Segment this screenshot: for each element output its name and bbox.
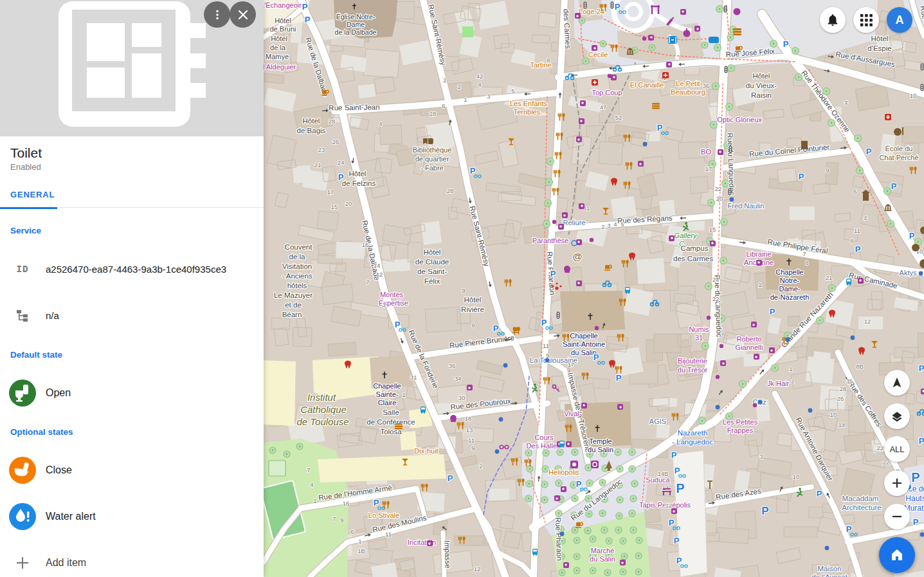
svg-text:P: P xyxy=(674,536,680,545)
svg-text:Institut: Institut xyxy=(307,392,336,403)
svg-text:11: 11 xyxy=(543,342,549,349)
svg-text:9: 9 xyxy=(471,322,475,329)
svg-text:Paranthèse: Paranthèse xyxy=(532,237,568,244)
svg-text:Terribles...: Terribles... xyxy=(514,108,547,116)
svg-text:9: 9 xyxy=(826,167,829,174)
svg-text:Hôtel: Hôtel xyxy=(464,296,482,304)
svg-text:de Bagis: de Bagis xyxy=(297,127,326,134)
svg-text:21: 21 xyxy=(314,161,322,169)
svg-text:de l'Avocat: de l'Avocat xyxy=(811,573,847,577)
svg-text:P: P xyxy=(846,524,852,534)
svg-text:École du: École du xyxy=(885,145,913,152)
svg-text:Cécile: Cécile xyxy=(588,51,608,59)
svg-text:de Saint-: de Saint- xyxy=(417,268,447,275)
svg-text:15: 15 xyxy=(331,203,338,210)
svg-text:Dame-: Dame- xyxy=(779,285,800,293)
svg-text:Les Petites: Les Petites xyxy=(723,418,758,426)
svg-text:4: 4 xyxy=(478,81,481,88)
svg-text:P: P xyxy=(657,123,663,133)
svg-text:Architecture: Architecture xyxy=(842,504,881,511)
svg-text:22: 22 xyxy=(715,185,722,192)
svg-text:22: 22 xyxy=(883,459,890,466)
svg-text:Roberto: Roberto xyxy=(736,335,761,343)
svg-text:6: 6 xyxy=(350,528,354,535)
svg-text:P: P xyxy=(615,2,621,12)
svg-text:1: 1 xyxy=(313,497,316,504)
svg-text:P: P xyxy=(770,307,775,316)
svg-text:P: P xyxy=(470,166,476,176)
svg-text:1: 1 xyxy=(402,391,405,398)
svg-text:3: 3 xyxy=(607,222,610,229)
svg-text:P: P xyxy=(676,556,682,565)
svg-text:P: P xyxy=(671,450,677,460)
svg-text:Dix-huit: Dix-huit xyxy=(414,447,438,455)
svg-text:P: P xyxy=(448,473,453,483)
svg-text:31: 31 xyxy=(410,374,417,381)
svg-text:Des Halles: Des Halles xyxy=(526,442,561,450)
svg-text:du Trésor: du Trésor xyxy=(678,366,708,374)
svg-text:Maison: Maison xyxy=(817,565,841,572)
svg-text:et de: et de xyxy=(285,301,302,309)
svg-text:Vival: Vival xyxy=(564,410,579,417)
svg-text:Reliure: Reliure xyxy=(563,219,586,226)
svg-text:9: 9 xyxy=(471,444,475,452)
svg-text:Chapelle: Chapelle xyxy=(373,382,401,390)
svg-text:Béarn: Béarn xyxy=(282,311,302,318)
svg-text:2: 2 xyxy=(443,77,446,84)
svg-text:Nazareth: Nazareth xyxy=(678,429,708,437)
svg-text:P: P xyxy=(541,318,547,327)
svg-text:Dame: Dame xyxy=(347,21,365,28)
svg-text:P: P xyxy=(669,518,675,527)
svg-text:de la: de la xyxy=(270,44,286,51)
svg-text:- Fabre: - Fabre xyxy=(421,164,443,172)
svg-text:@: @ xyxy=(573,251,583,262)
svg-text:Claire: Claire xyxy=(378,399,397,407)
svg-text:6: 6 xyxy=(442,102,445,109)
svg-text:Salle: Salle xyxy=(383,408,399,416)
svg-text:8: 8 xyxy=(850,237,853,244)
svg-text:17: 17 xyxy=(568,361,575,368)
svg-text:de Bruni: de Bruni xyxy=(270,25,296,33)
svg-text:16: 16 xyxy=(343,500,350,507)
svg-text:12: 12 xyxy=(666,502,673,509)
svg-text:Gallery: Gallery xyxy=(675,232,698,239)
svg-text:23: 23 xyxy=(318,146,325,153)
svg-text:Aktys: Aktys xyxy=(900,269,917,277)
svg-text:de Toulouse: de Toulouse xyxy=(296,416,349,427)
svg-text:Jk Hair: Jk Hair xyxy=(767,380,790,387)
svg-text:Librairie: Librairie xyxy=(746,250,771,258)
svg-text:P: P xyxy=(911,470,919,484)
svg-text:P: P xyxy=(493,324,499,333)
svg-text:Bijouterie: Bijouterie xyxy=(678,357,707,365)
svg-text:12: 12 xyxy=(864,318,871,325)
svg-text:9: 9 xyxy=(546,352,549,359)
svg-text:Chat Perché: Chat Perché xyxy=(879,154,918,161)
svg-text:L'Échangeoir: L'Échangeoir xyxy=(260,1,302,9)
svg-text:BO: BO xyxy=(701,148,711,156)
svg-text:El Canaille: El Canaille xyxy=(630,81,664,89)
svg-text:≠: ≠ xyxy=(844,99,847,106)
svg-text:36: 36 xyxy=(703,82,710,89)
svg-text:21: 21 xyxy=(826,274,833,281)
svg-text:2: 2 xyxy=(791,378,794,385)
svg-text:Top Coup: Top Coup xyxy=(592,89,622,96)
svg-text:≠: ≠ xyxy=(864,214,867,221)
svg-text:14: 14 xyxy=(838,421,846,428)
svg-text:10: 10 xyxy=(793,473,800,481)
svg-text:26: 26 xyxy=(332,138,340,145)
svg-text:14B: 14B xyxy=(658,470,669,477)
svg-text:20: 20 xyxy=(716,195,723,202)
svg-text:P: P xyxy=(302,2,308,12)
svg-text:5: 5 xyxy=(511,87,514,95)
svg-text:Macaddam: Macaddam xyxy=(842,495,879,502)
svg-text:Impasse: Impasse xyxy=(443,540,452,569)
svg-text:4: 4 xyxy=(379,120,382,127)
svg-text:Hôtel: Hôtel xyxy=(271,35,287,42)
svg-text:d'Espie: d'Espie xyxy=(867,44,891,52)
svg-text:3: 3 xyxy=(382,301,385,308)
svg-text:Hôtel: Hôtel xyxy=(275,17,291,24)
svg-text:4: 4 xyxy=(613,221,617,228)
svg-text:7: 7 xyxy=(332,515,336,522)
svg-text:17: 17 xyxy=(327,188,334,196)
svg-text:4: 4 xyxy=(310,481,313,488)
